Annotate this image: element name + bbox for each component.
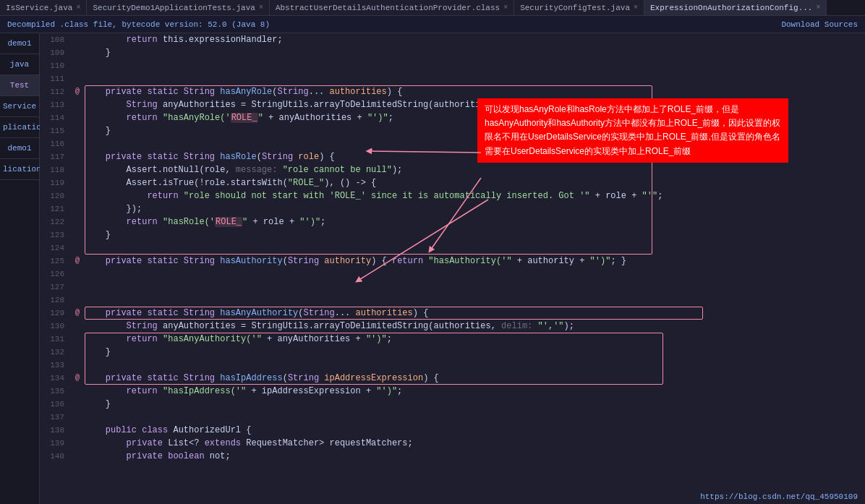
code-area: 108 return this.expressionHandler; 109 }… (40, 33, 865, 504)
code-line-119: 119 Assert.isTrue(!role.startsWith("ROLE… (40, 176, 865, 189)
line-num-139: 139 (40, 437, 70, 450)
line-content-129: private static String hasAnyAuthority(St… (85, 307, 865, 320)
line-num-111: 111 (40, 72, 70, 85)
tab-isservice[interactable]: IsService.java × (0, 0, 87, 16)
line-num-125: 125 (40, 255, 70, 268)
line-num-130: 130 (40, 320, 70, 333)
tab-bar: IsService.java × SecurityDemo1Applicatio… (0, 0, 865, 16)
line-num-127: 127 (40, 281, 70, 294)
close-icon[interactable]: × (816, 4, 820, 12)
tab-label: SecurityDemo1ApplicationTests.java (93, 4, 255, 12)
code-line-118: 118 Assert.notNull(role, message: "role … (40, 163, 865, 176)
gutter-112: @ (70, 85, 85, 98)
close-icon[interactable]: × (634, 4, 638, 12)
gutter-125: @ (70, 255, 85, 268)
line-num-110: 110 (40, 59, 70, 72)
code-line-129: 129 @ private static String hasAnyAuthor… (40, 307, 865, 320)
line-num-119: 119 (40, 176, 70, 189)
line-num-121: 121 (40, 202, 70, 215)
line-content-123: } (85, 228, 865, 242)
sidebar-item-java[interactable]: java (0, 54, 39, 75)
line-content-135: return "hasIpAddress('" + ipAddressExpre… (85, 385, 865, 398)
line-content-132: } (85, 346, 865, 359)
tab-expressionauth[interactable]: ExpressionOnAuthorizationConfig... × (644, 0, 827, 16)
line-content-124 (85, 242, 865, 255)
code-line-125: 125 @ private static String hasAuthority… (40, 255, 865, 268)
code-line-128: 128 (40, 294, 865, 307)
tab-label: SecurityConfigTest.java (520, 4, 630, 12)
line-content-133 (85, 359, 865, 372)
line-num-129: 129 (40, 307, 70, 320)
line-num-140: 140 (40, 450, 70, 463)
close-icon[interactable]: × (76, 4, 80, 12)
tab-abstractuserdetails[interactable]: AbstractUserDetailsAuthenticationProvide… (270, 0, 514, 16)
tab-label: IsService.java (6, 4, 72, 12)
line-num-109: 109 (40, 46, 70, 59)
sidebar-item-service[interactable]: Service (0, 96, 39, 117)
gutter-129: @ (70, 307, 85, 320)
code-line-109: 109 } (40, 46, 865, 59)
main-layout: demo1 java Test Service plication demo1 … (0, 33, 865, 504)
line-content-136: } (85, 398, 865, 411)
code-line-111: 111 (40, 72, 865, 85)
line-content-126 (85, 268, 865, 281)
line-num-117: 117 (40, 150, 70, 163)
left-sidebar: demo1 java Test Service plication demo1 … (0, 33, 40, 504)
line-num-120: 120 (40, 189, 70, 202)
code-line-121: 121 }); (40, 202, 865, 215)
code-line-131: 131 return "hasAnyAuthority('" + anyAuth… (40, 333, 865, 346)
code-line-140: 140 private boolean not; (40, 450, 865, 463)
line-num-134: 134 (40, 372, 70, 385)
code-line-137: 137 (40, 411, 865, 424)
sidebar-item-application[interactable]: plication (0, 117, 39, 138)
code-line-133: 133 (40, 359, 865, 372)
line-content-137 (85, 411, 865, 424)
sidebar-item-test[interactable]: Test (0, 75, 39, 96)
gutter-134: @ (70, 372, 85, 385)
line-content-112: private static String hasAnyRole(String.… (85, 85, 865, 98)
line-num-132: 132 (40, 346, 70, 359)
bottom-url: https://blog.csdn.net/qq_45950109 (700, 492, 858, 501)
download-sources-button[interactable]: Download Sources (781, 20, 858, 29)
line-content-134: private static String hasIpAddress(Strin… (85, 372, 865, 385)
line-num-137: 137 (40, 411, 70, 424)
close-icon[interactable]: × (503, 4, 508, 12)
line-num-118: 118 (40, 163, 70, 176)
line-num-128: 128 (40, 294, 70, 307)
line-content-121: }); (85, 202, 865, 215)
line-content-118: Assert.notNull(role, message: "role cann… (85, 163, 865, 176)
code-line-126: 126 (40, 268, 865, 281)
line-num-124: 124 (40, 242, 70, 255)
sidebar-item-lication[interactable]: lication (0, 159, 39, 180)
code-line-123: 123 } (40, 228, 865, 242)
line-content-128 (85, 294, 865, 307)
code-line-132: 132 } (40, 346, 865, 359)
sidebar-item-demo1[interactable]: demo1 (0, 33, 39, 54)
line-num-113: 113 (40, 98, 70, 111)
code-line-135: 135 return "hasIpAddress('" + ipAddressE… (40, 385, 865, 398)
line-content-138: public class AuthorizedUrl { (85, 424, 865, 437)
tab-securityconfigtest[interactable]: SecurityConfigTest.java × (514, 0, 644, 16)
line-content-130: String anyAuthorities = StringUtils.arra… (85, 320, 865, 333)
line-num-112: 112 (40, 85, 70, 98)
info-bar: Decompiled .class file, bytecode version… (0, 16, 865, 33)
line-content-125: private static String hasAuthority(Strin… (85, 255, 865, 268)
line-content-140: private boolean not; (85, 450, 865, 463)
sidebar-item-demo1b[interactable]: demo1 (0, 138, 39, 159)
line-num-135: 135 (40, 385, 70, 398)
close-icon[interactable]: × (259, 4, 263, 12)
line-num-136: 136 (40, 398, 70, 411)
annotation-text: 可以发现hasAnyRole和hasRole方法中都加上了ROLE_前缀，但是h… (485, 104, 780, 156)
line-content-111 (85, 72, 865, 85)
line-num-115: 115 (40, 124, 70, 137)
line-num-133: 133 (40, 359, 70, 372)
line-content-127 (85, 281, 865, 294)
code-line-138: 138 public class AuthorizedUrl { (40, 424, 865, 437)
tab-securitydemo1tests[interactable]: SecurityDemo1ApplicationTests.java × (87, 0, 269, 16)
line-content-108: return this.expressionHandler; (85, 33, 865, 46)
tab-label: ExpressionOnAuthorizationConfig... (650, 4, 812, 12)
line-content-109: } (85, 46, 865, 59)
line-content-119: Assert.isTrue(!role.startsWith("ROLE_"),… (85, 176, 865, 189)
line-content-131: return "hasAnyAuthority('" + anyAuthorit… (85, 333, 865, 346)
line-content-120: return "role should not start with 'ROLE… (85, 189, 865, 202)
